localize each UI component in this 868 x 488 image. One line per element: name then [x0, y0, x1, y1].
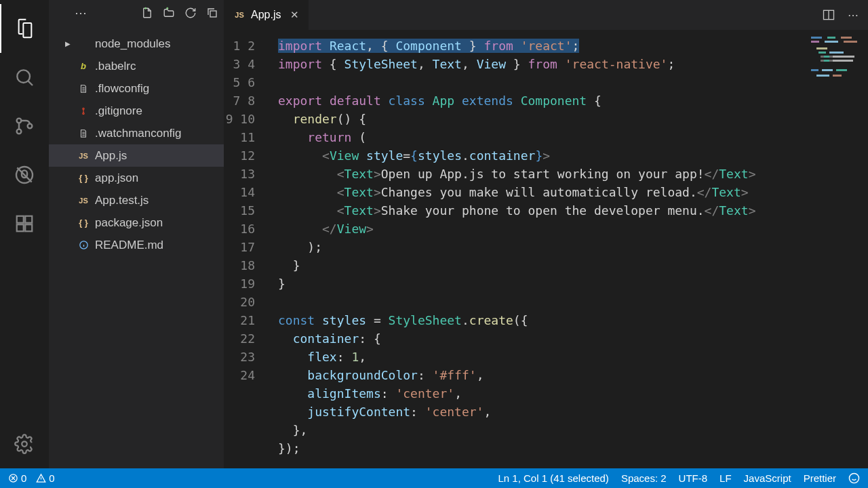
file-row-app-test-js[interactable]: JSApp.test.js: [49, 189, 224, 211]
svg-rect-7: [25, 224, 32, 231]
js-icon: JS: [233, 11, 245, 19]
file-name: app.json: [95, 171, 138, 185]
status-errors[interactable]: 0: [8, 472, 26, 484]
status-feedback-icon[interactable]: [848, 472, 860, 484]
file-name: .watchmanconfig: [95, 127, 182, 140]
explorer-more-icon[interactable]: ⋯: [75, 5, 87, 20]
file-name: node_modules: [95, 37, 171, 51]
activity-debug[interactable]: [0, 150, 49, 199]
file-row-package-json[interactable]: { }package.json: [49, 211, 224, 234]
status-encoding[interactable]: UTF-8: [679, 472, 708, 484]
status-language[interactable]: JavaScript: [744, 472, 791, 484]
file-name: App.test.js: [95, 194, 149, 207]
svg-point-16: [849, 473, 859, 483]
line-gutter: 1 2 3 4 5 6 7 8 9 10 11 12 13 14 15 16 1…: [224, 30, 270, 468]
editor-body[interactable]: 1 2 3 4 5 6 7 8 9 10 11 12 13 14 15 16 1…: [224, 30, 868, 468]
file-row-readme-md[interactable]: README.md: [49, 234, 224, 256]
file-tree: ▶node_modulesb.babelrc.flowconfig.gitign…: [49, 26, 224, 468]
code-content[interactable]: import React, { Component } from 'react'…: [270, 30, 868, 468]
status-cursor-position[interactable]: Ln 1, Col 1 (41 selected): [498, 472, 608, 484]
tab-label: App.js: [251, 9, 281, 21]
svg-point-12: [83, 113, 84, 114]
file-row-app-json[interactable]: { }app.json: [49, 167, 224, 189]
file-row--gitignore[interactable]: .gitignore: [49, 100, 224, 122]
file-name: .babelrc: [95, 60, 136, 73]
tab-app-js[interactable]: JS App.js ✕: [224, 0, 309, 30]
status-eol[interactable]: LF: [719, 472, 732, 484]
svg-rect-10: [210, 11, 216, 17]
svg-rect-8: [25, 216, 32, 223]
activity-bar: [0, 0, 49, 468]
svg-point-11: [83, 108, 84, 109]
svg-point-3: [28, 124, 33, 129]
svg-rect-5: [17, 216, 24, 223]
collapse-all-icon[interactable]: [206, 7, 218, 19]
new-folder-icon[interactable]: [163, 7, 175, 19]
file-row--flowconfig[interactable]: .flowconfig: [49, 77, 224, 100]
more-actions-icon[interactable]: ⋯: [848, 9, 859, 22]
activity-search[interactable]: [0, 53, 49, 102]
file-name: package.json: [95, 216, 163, 230]
tab-bar: JS App.js ✕ ⋯: [224, 0, 868, 30]
svg-point-1: [17, 119, 22, 123]
file-name: .gitignore: [95, 104, 142, 118]
minimap[interactable]: [811, 35, 865, 83]
svg-point-0: [17, 70, 30, 83]
editor-area: JS App.js ✕ ⋯ 1 2 3 4 5 6 7 8 9 10 11 12…: [224, 0, 868, 468]
explorer-panel: ⋯ ▶node_modulesb.babelrc.flowconfig.giti…: [49, 0, 224, 468]
activity-settings[interactable]: [0, 420, 49, 468]
file-row--babelrc[interactable]: b.babelrc: [49, 55, 224, 77]
file-row-node-modules[interactable]: ▶node_modules: [49, 33, 224, 55]
activity-explorer[interactable]: [0, 4, 49, 53]
svg-rect-6: [17, 224, 24, 231]
svg-point-2: [17, 129, 22, 134]
file-row--watchmanconfig[interactable]: .watchmanconfig: [49, 122, 224, 144]
explorer-toolbar: ⋯: [49, 0, 224, 26]
file-name: README.md: [95, 239, 163, 252]
file-row-app-js[interactable]: JSApp.js: [49, 144, 224, 167]
activity-source-control[interactable]: [0, 102, 49, 150]
status-formatter[interactable]: Prettier: [804, 472, 836, 484]
refresh-icon[interactable]: [184, 7, 197, 19]
svg-point-9: [22, 441, 27, 447]
file-name: App.js: [95, 149, 127, 163]
new-file-icon[interactable]: [141, 7, 153, 19]
file-name: .flowconfig: [95, 82, 149, 96]
status-indentation[interactable]: Spaces: 2: [621, 472, 667, 484]
close-icon[interactable]: ✕: [290, 9, 299, 21]
status-bar: 0 0 Ln 1, Col 1 (41 selected) Spaces: 2 …: [0, 468, 868, 488]
split-editor-icon[interactable]: [822, 8, 835, 22]
status-warnings[interactable]: 0: [36, 472, 54, 484]
activity-extensions[interactable]: [0, 199, 49, 248]
